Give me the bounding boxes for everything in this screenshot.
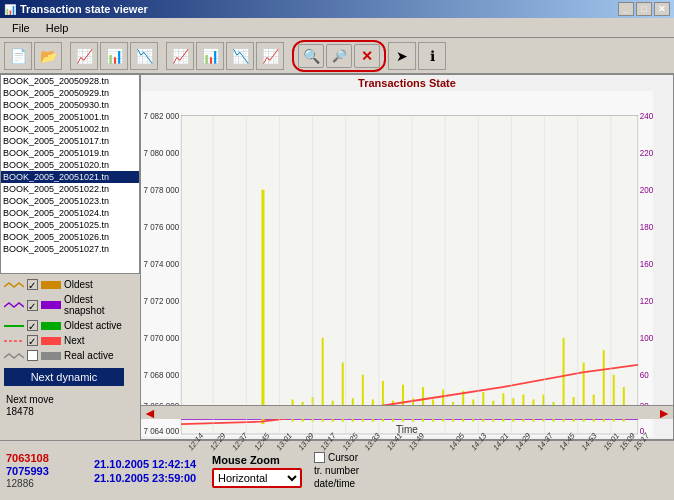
oldest-active-icon	[4, 321, 24, 331]
maximize-button[interactable]: □	[636, 2, 652, 16]
tr-number-row: tr. number	[314, 465, 359, 476]
oldest-active-color	[41, 322, 61, 330]
left-arrow-button[interactable]: ◄	[143, 405, 157, 421]
svg-text:60: 60	[640, 370, 649, 381]
svg-text:220: 220	[640, 148, 653, 159]
real-active-label: Real active	[64, 350, 113, 361]
menu-help[interactable]: Help	[38, 20, 77, 36]
file-item[interactable]: BOOK_2005_20051001.tn	[1, 111, 139, 123]
value2: 7075993	[6, 465, 86, 477]
oldest-snapshot-checkbox[interactable]: ✓	[27, 300, 38, 311]
chart2-button[interactable]: 📊	[100, 42, 128, 70]
chart-svg: 7 082 000 7 080 000 7 078 000 7 076 000 …	[141, 91, 673, 455]
svg-text:100: 100	[640, 333, 653, 344]
oldest-label: Oldest	[64, 279, 93, 290]
zoom-reset-button[interactable]: ✕	[354, 44, 380, 68]
file-item[interactable]: BOOK_2005_20051017.tn	[1, 135, 139, 147]
next-move-label: Next move	[6, 394, 134, 405]
oldest-color	[41, 281, 61, 289]
tr-number-label: tr. number	[314, 465, 359, 476]
chart5-button[interactable]: 📊	[196, 42, 224, 70]
toolbar: 📄 📂 📈 📊 📉 📈 📊 📉 📈 🔍 🔎 ✕ ➤ ℹ	[0, 38, 674, 74]
next-label: Next	[64, 335, 85, 346]
file-item[interactable]: BOOK_2005_20051023.tn	[1, 195, 139, 207]
bottom-dates: 21.10.2005 12:42:14 21.10.2005 23:59:00	[94, 458, 204, 484]
oldest-icon	[4, 280, 24, 290]
file-item[interactable]: BOOK_2005_20051027.tn	[1, 243, 139, 255]
arrow-button[interactable]: ➤	[388, 42, 416, 70]
legend-area: ✓ Oldest ✓ Oldest snapshot ✓ Oldest acti…	[0, 274, 140, 440]
zoom-select[interactable]: Horizontal Vertical Both	[212, 468, 302, 488]
main-area: BOOK_2005_20050928.tn BOOK_2005_20050929…	[0, 74, 674, 440]
svg-text:7 068 000: 7 068 000	[143, 370, 179, 381]
minimize-button[interactable]: _	[618, 2, 634, 16]
date-time-row: date/time	[314, 478, 359, 489]
next-dynamic-button[interactable]: Next dynamic	[4, 368, 124, 386]
file-item[interactable]: BOOK_2005_20050928.tn	[1, 75, 139, 87]
open-button[interactable]: 📂	[34, 42, 62, 70]
window-controls: _ □ ✕	[618, 2, 670, 16]
oldest-checkbox[interactable]: ✓	[27, 279, 38, 290]
file-item[interactable]: BOOK_2005_20051024.tn	[1, 207, 139, 219]
svg-text:200: 200	[640, 185, 653, 196]
file-item[interactable]: BOOK_2005_20051019.tn	[1, 147, 139, 159]
file-item[interactable]: BOOK_2005_20050929.tn	[1, 87, 139, 99]
file-item-selected[interactable]: BOOK_2005_20051021.tn	[1, 171, 139, 183]
chart1-button[interactable]: 📈	[70, 42, 98, 70]
legend-oldest: ✓ Oldest	[2, 278, 138, 291]
chart-area: Transactions State 7 082 000 7 080 000 7…	[140, 74, 674, 440]
chart-time-label: Time	[141, 424, 673, 435]
file-item[interactable]: BOOK_2005_20051026.tn	[1, 231, 139, 243]
chart6-button[interactable]: 📉	[226, 42, 254, 70]
svg-text:240: 240	[640, 111, 653, 122]
zoom-group: 🔍 🔎 ✕	[292, 40, 386, 72]
oldest-active-checkbox[interactable]: ✓	[27, 320, 38, 331]
chart4-button[interactable]: 📈	[166, 42, 194, 70]
chart7-button[interactable]: 📈	[256, 42, 284, 70]
legend-oldest-active: ✓ Oldest active	[2, 319, 138, 332]
svg-text:7 076 000: 7 076 000	[143, 222, 179, 233]
svg-rect-35	[261, 190, 264, 424]
bottom-values: 7063108 7075993 12886	[6, 452, 86, 489]
zoom-in-button[interactable]: 🔍	[298, 44, 324, 68]
new-button[interactable]: 📄	[4, 42, 32, 70]
menu-bar: File Help	[0, 18, 674, 38]
date2: 21.10.2005 23:59:00	[94, 472, 204, 484]
menu-file[interactable]: File	[4, 20, 38, 36]
title-bar: 📊 Transaction state viewer _ □ ✕	[0, 0, 674, 18]
oldest-snapshot-color	[41, 301, 61, 309]
svg-text:7 072 000: 7 072 000	[143, 296, 179, 307]
next-checkbox[interactable]: ✓	[27, 335, 38, 346]
svg-text:120: 120	[640, 296, 653, 307]
file-item[interactable]: BOOK_2005_20051022.tn	[1, 183, 139, 195]
svg-text:7 074 000: 7 074 000	[143, 259, 179, 270]
next-dynamic-area: Next dynamic	[2, 364, 138, 390]
value3: 12886	[6, 478, 86, 489]
legend-oldest-snapshot: ✓ Oldest snapshot	[2, 293, 138, 317]
date-time-label: date/time	[314, 478, 355, 489]
real-active-checkbox[interactable]	[27, 350, 38, 361]
file-item[interactable]: BOOK_2005_20051020.tn	[1, 159, 139, 171]
title-icon: 📊	[4, 4, 16, 15]
svg-text:7 080 000: 7 080 000	[143, 148, 179, 159]
oldest-active-label: Oldest active	[64, 320, 122, 331]
value1: 7063108	[6, 452, 86, 464]
zoom-out-button[interactable]: 🔎	[326, 44, 352, 68]
bottom-zoom: Mouse Zoom Horizontal Vertical Both	[212, 454, 302, 488]
file-item[interactable]: BOOK_2005_20051002.tn	[1, 123, 139, 135]
file-item[interactable]: BOOK_2005_20050930.tn	[1, 99, 139, 111]
file-item[interactable]: BOOK_2005_20051025.tn	[1, 219, 139, 231]
svg-text:7 070 000: 7 070 000	[143, 333, 179, 344]
cursor-section: Cursor tr. number date/time	[314, 452, 359, 489]
left-panel: BOOK_2005_20050928.tn BOOK_2005_20050929…	[0, 74, 140, 440]
real-active-icon	[4, 351, 24, 361]
date1: 21.10.2005 12:42:14	[94, 458, 204, 470]
chart3-button[interactable]: 📉	[130, 42, 158, 70]
close-button[interactable]: ✕	[654, 2, 670, 16]
file-list[interactable]: BOOK_2005_20050928.tn BOOK_2005_20050929…	[0, 74, 140, 274]
info-button[interactable]: ℹ	[418, 42, 446, 70]
arrow-bar: ◄ ►	[141, 405, 673, 419]
right-arrow-button[interactable]: ►	[657, 405, 671, 421]
svg-text:7 078 000: 7 078 000	[143, 185, 179, 196]
svg-text:7 082 000: 7 082 000	[143, 111, 179, 122]
